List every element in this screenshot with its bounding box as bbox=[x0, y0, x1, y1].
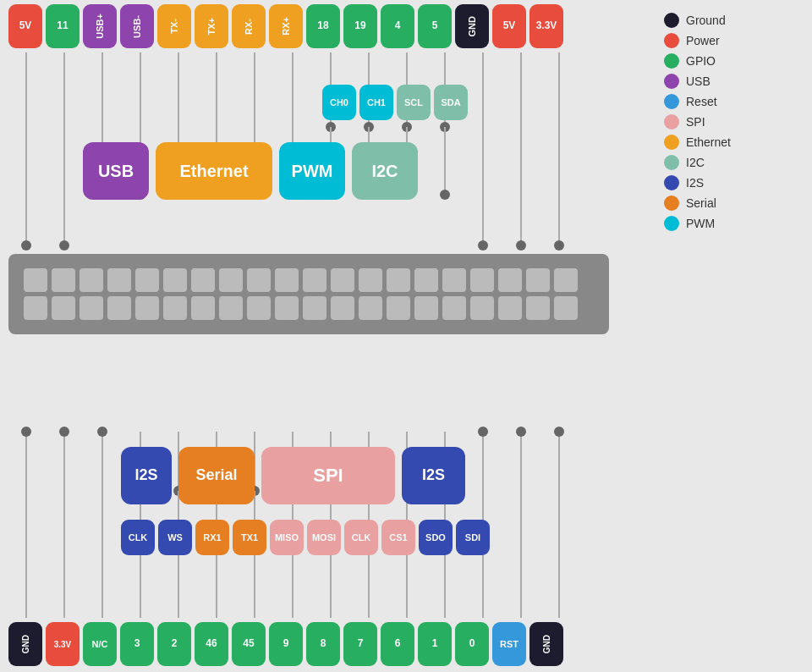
legend-label-i2c: I2C bbox=[686, 156, 705, 169]
diagram-area: 5V 11 USB+ USB- TX- TX+ RX- bbox=[0, 0, 643, 672]
legend-item-serial: Serial bbox=[664, 196, 799, 211]
chip-pin bbox=[526, 296, 550, 320]
pin-6: 6 bbox=[381, 622, 414, 666]
connector-svg bbox=[0, 0, 643, 672]
pin-45: 45 bbox=[232, 622, 266, 666]
chip-pin bbox=[163, 268, 187, 292]
chip-pin bbox=[80, 296, 103, 320]
legend-label-pwm: PWM bbox=[686, 217, 715, 230]
svg-point-76 bbox=[554, 427, 564, 437]
chip-pin bbox=[247, 296, 271, 320]
chip-pin bbox=[554, 296, 578, 320]
legend-item-i2c: I2C bbox=[664, 155, 799, 170]
pin-cs1: CS1 bbox=[381, 520, 415, 555]
bottom-pins-row: GND 3.3V N/C 3 2 46 45 9 8 7 6 1 0 bbox=[8, 622, 563, 666]
chip-pin bbox=[107, 268, 131, 292]
svg-point-33 bbox=[478, 240, 488, 251]
chip-pin bbox=[135, 268, 159, 292]
label-pwm: PWM bbox=[279, 142, 345, 200]
label-i2s-right: I2S bbox=[402, 447, 465, 504]
main-container: 5V 11 USB+ USB- TX- TX+ RX- bbox=[0, 0, 812, 672]
pin-rst: RST bbox=[492, 622, 526, 666]
sub-pins-bottom: CLK WS RX1 TX1 MISO MOSI CLK CS1 SDO SDI bbox=[121, 520, 490, 555]
chip-pin bbox=[303, 268, 326, 292]
chip-pin bbox=[303, 296, 326, 320]
pin-tx1: TX1 bbox=[233, 520, 266, 555]
chip-pin bbox=[135, 296, 159, 320]
legend-label-gpio: GPIO bbox=[686, 54, 716, 68]
svg-point-25 bbox=[402, 122, 412, 132]
pin-9: 9 bbox=[269, 622, 303, 666]
pin-5v-top2: 5V bbox=[492, 4, 526, 48]
legend-dot-gpio bbox=[664, 53, 679, 69]
pin-8: 8 bbox=[306, 622, 340, 666]
chip-pin bbox=[387, 296, 410, 320]
label-serial: Serial bbox=[178, 447, 255, 504]
mid-labels-top: USB Ethernet PWM I2C bbox=[83, 142, 418, 200]
chip-pin bbox=[470, 296, 494, 320]
pin-rxminus: RX- bbox=[232, 4, 266, 48]
chip-pin bbox=[442, 296, 466, 320]
chip-pin bbox=[414, 296, 438, 320]
sub-pins-top: CH0 CH1 SCL SDA bbox=[322, 85, 468, 120]
legend-label-ethernet: Ethernet bbox=[686, 135, 731, 149]
chip-pin bbox=[331, 296, 354, 320]
legend-label-i2s: I2S bbox=[686, 176, 704, 190]
pin-gnd-top: GND bbox=[455, 4, 489, 48]
svg-point-37 bbox=[554, 240, 564, 251]
pin-rxplus: RX+ bbox=[269, 4, 303, 48]
legend-dot-spi bbox=[664, 114, 679, 129]
legend: Ground Power GPIO USB Reset SPI Ethernet bbox=[664, 13, 799, 231]
chip-pin bbox=[470, 268, 494, 292]
label-i2s-left: I2S bbox=[121, 447, 172, 504]
pin-ws: WS bbox=[158, 520, 192, 555]
chip-pin bbox=[52, 268, 75, 292]
pin-1: 1 bbox=[418, 622, 452, 666]
pin-usbminus: USB- bbox=[120, 4, 154, 48]
svg-point-41 bbox=[59, 427, 69, 437]
svg-point-29 bbox=[440, 122, 450, 132]
legend-item-spi: SPI bbox=[664, 114, 799, 129]
pin-5v-top: 5V bbox=[8, 4, 42, 48]
mid-labels-bottom: I2S Serial SPI I2S bbox=[121, 447, 465, 504]
pin-mosi: MOSI bbox=[307, 520, 341, 555]
pin-rx1: RX1 bbox=[195, 520, 229, 555]
legend-dot-pwm bbox=[664, 216, 679, 231]
legend-item-i2s: I2S bbox=[664, 175, 799, 190]
pin-0: 0 bbox=[455, 622, 489, 666]
legend-label-usb: USB bbox=[686, 74, 710, 88]
chip-pin bbox=[414, 268, 438, 292]
chip-pin bbox=[275, 268, 299, 292]
chip-pin bbox=[24, 296, 47, 320]
legend-dot-power bbox=[664, 33, 679, 48]
chip-pin bbox=[107, 296, 131, 320]
svg-point-43 bbox=[97, 427, 107, 437]
legend-label-spi: SPI bbox=[686, 115, 705, 129]
pin-18: 18 bbox=[306, 4, 340, 48]
svg-point-74 bbox=[516, 427, 526, 437]
pin-ch1: CH1 bbox=[359, 85, 393, 120]
svg-point-17 bbox=[326, 122, 336, 132]
label-ethernet: Ethernet bbox=[156, 142, 272, 200]
chip-pin bbox=[442, 268, 466, 292]
svg-point-72 bbox=[478, 427, 488, 437]
pin-46: 46 bbox=[195, 622, 228, 666]
svg-point-1 bbox=[21, 240, 31, 251]
pin-gnd-bottom-left: GND bbox=[8, 622, 42, 666]
legend-item-gpio: GPIO bbox=[664, 53, 799, 69]
pin-nc: N/C bbox=[83, 622, 117, 666]
chip-pin bbox=[554, 268, 578, 292]
svg-point-21 bbox=[364, 122, 374, 132]
chip-pin bbox=[80, 268, 103, 292]
pin-33v-bottom: 3.3V bbox=[46, 622, 80, 666]
pin-gnd-bottom-right: GND bbox=[529, 622, 563, 666]
top-pins-row: 5V 11 USB+ USB- TX- TX+ RX- bbox=[8, 4, 563, 48]
legend-item-ethernet: Ethernet bbox=[664, 135, 799, 150]
chip-pin bbox=[219, 268, 243, 292]
legend-dot-ethernet bbox=[664, 135, 679, 150]
chip-pin bbox=[498, 296, 522, 320]
chip-pin bbox=[275, 296, 299, 320]
pin-txplus: TX+ bbox=[195, 4, 228, 48]
chip-pin bbox=[359, 268, 382, 292]
chip-pin bbox=[219, 296, 243, 320]
